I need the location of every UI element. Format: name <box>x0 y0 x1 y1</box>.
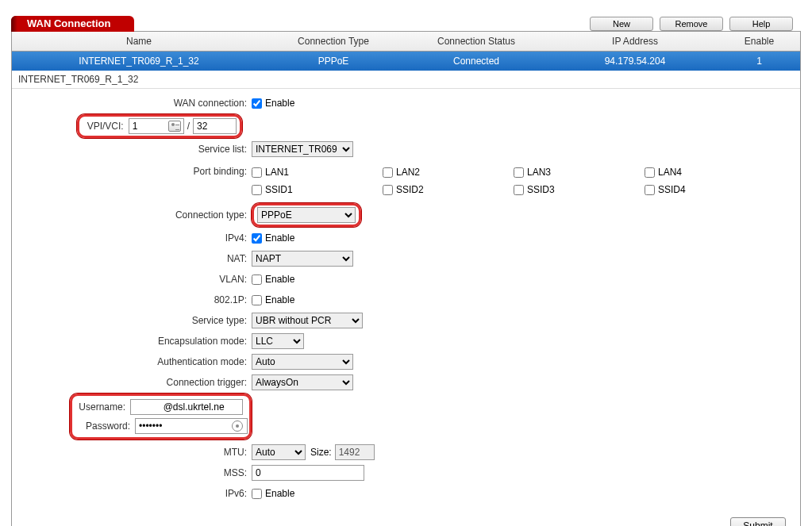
vci-input[interactable] <box>193 118 237 134</box>
ssid3-label: SSID3 <box>527 184 555 195</box>
col-name: Name <box>12 32 266 51</box>
label-vlan: VLAN: <box>20 274 252 285</box>
label-mtu: MTU: <box>20 447 252 458</box>
cell-status: Connected <box>401 52 552 71</box>
lan2-label: LAN2 <box>396 167 420 178</box>
vpi-slash: / <box>187 121 190 132</box>
top-buttons: New Remove Help <box>590 16 801 32</box>
new-button[interactable]: New <box>590 17 653 31</box>
config-panel: INTERNET_TR069_R_1_32 WAN connection: En… <box>11 71 801 526</box>
ssid4-label: SSID4 <box>658 184 686 195</box>
label-port-binding: Port binding: <box>20 163 252 177</box>
credentials-highlight: Username: Password: <box>70 394 252 440</box>
label-wan-connection: WAN connection: <box>20 98 252 109</box>
lan2-checkbox[interactable] <box>383 167 393 178</box>
ssid2-label: SSID2 <box>396 184 424 195</box>
label-vpivci: VPI/VCI: <box>87 121 124 132</box>
col-ctype: Connection Type <box>266 32 401 51</box>
label-auth-mode: Authentication mode: <box>20 356 252 367</box>
col-ip: IP Address <box>552 32 718 51</box>
encapsulation-select[interactable]: LLC <box>252 333 304 349</box>
lan3-label: LAN3 <box>527 167 551 178</box>
wan-enable-checkbox[interactable] <box>252 98 262 109</box>
service-list-select[interactable]: INTERNET_TR069 <box>252 141 353 157</box>
mtu-select[interactable]: Auto <box>252 444 306 460</box>
col-status: Connection Status <box>401 32 552 51</box>
ipv6-enable-checkbox[interactable] <box>252 489 262 499</box>
ssid4-checkbox[interactable] <box>645 185 655 195</box>
col-enable: Enable <box>718 32 800 51</box>
table-header: Name Connection Type Connection Status I… <box>11 32 801 52</box>
nat-select[interactable]: NAPT <box>252 251 353 267</box>
ssid1-label: SSID1 <box>265 184 293 195</box>
password-input[interactable] <box>135 418 248 434</box>
submit-button[interactable]: Submit <box>730 517 786 526</box>
auth-mode-select[interactable]: Auto <box>252 354 353 370</box>
label-trigger: Connection trigger: <box>20 377 252 388</box>
section-label: INTERNET_TR069_R_1_32 <box>12 71 800 89</box>
ipv4-enable-label: Enable <box>265 232 294 244</box>
ssid3-checkbox[interactable] <box>514 185 524 195</box>
ssid2-checkbox[interactable] <box>383 185 393 195</box>
cell-name: INTERNET_TR069_R_1_32 <box>12 52 266 71</box>
vlan-enable-checkbox[interactable] <box>252 275 262 285</box>
titlebar: WAN Connection New Remove Help <box>11 16 801 32</box>
label-ipv4: IPv4: <box>20 232 252 244</box>
lan4-checkbox[interactable] <box>645 167 655 178</box>
label-service-list: Service list: <box>20 144 252 155</box>
8021p-enable-checkbox[interactable] <box>252 295 262 305</box>
label-connection-type: Connection type: <box>20 209 252 221</box>
service-type-select[interactable]: UBR without PCR <box>252 313 363 328</box>
cell-enable: 1 <box>718 52 800 71</box>
label-ipv6: IPv6: <box>20 488 252 499</box>
wan-enable-label: Enable <box>265 98 294 109</box>
cell-ip: 94.179.54.204 <box>552 52 718 71</box>
mss-input[interactable] <box>252 465 364 481</box>
label-mtu-size: Size: <box>310 447 332 458</box>
lan3-checkbox[interactable] <box>514 167 524 178</box>
eye-icon[interactable] <box>232 420 243 432</box>
ipv6-enable-label: Enable <box>265 488 294 499</box>
vlan-enable-label: Enable <box>265 274 294 285</box>
mtu-size-input <box>335 444 375 460</box>
help-button[interactable]: Help <box>729 17 793 31</box>
username-input[interactable] <box>130 399 243 415</box>
cell-ctype: PPPoE <box>266 52 401 71</box>
remove-button[interactable]: Remove <box>660 17 723 31</box>
lan1-checkbox[interactable] <box>252 167 262 178</box>
lan1-label: LAN1 <box>265 167 289 178</box>
label-mss: MSS: <box>20 467 252 478</box>
contact-icon[interactable] <box>168 121 181 132</box>
8021p-enable-label: Enable <box>265 294 294 305</box>
label-8021p: 802.1P: <box>20 294 252 305</box>
label-service-type: Service type: <box>20 315 252 326</box>
connection-type-select[interactable]: PPPoE <box>257 207 356 223</box>
ssid1-checkbox[interactable] <box>252 185 262 195</box>
table-row[interactable]: INTERNET_TR069_R_1_32 PPPoE Connected 94… <box>11 52 801 71</box>
page-title-tab: WAN Connection <box>11 16 134 32</box>
label-nat: NAT: <box>20 253 252 264</box>
label-username: Username: <box>79 401 125 413</box>
label-password: Password: <box>86 420 130 432</box>
lan4-label: LAN4 <box>658 167 682 178</box>
page-title: WAN Connection <box>27 17 110 29</box>
label-encapsulation: Encapsulation mode: <box>20 336 252 347</box>
trigger-select[interactable]: AlwaysOn <box>252 374 353 390</box>
ipv4-enable-checkbox[interactable] <box>252 233 262 244</box>
